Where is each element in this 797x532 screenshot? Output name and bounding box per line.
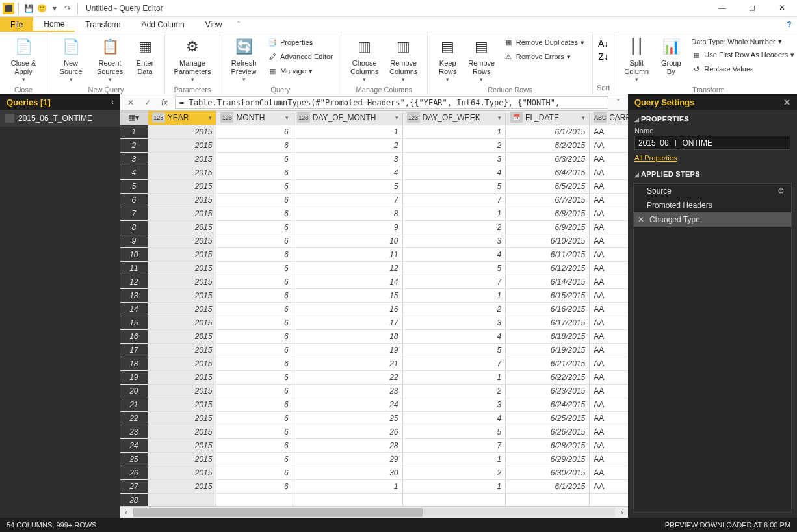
applied-steps-title[interactable]: APPLIED STEPS — [634, 170, 790, 178]
table-row[interactable]: 24201562876/28/2015AA — [120, 438, 628, 452]
commit-formula-icon[interactable]: ✓ — [141, 96, 154, 109]
cell[interactable]: 2015 — [148, 425, 216, 438]
filter-dropdown-icon[interactable]: ▾ — [395, 114, 398, 121]
qat-redo-icon[interactable]: ↷ — [62, 3, 73, 14]
cell[interactable]: 6/4/2015 — [506, 166, 590, 179]
cell[interactable]: 24 — [293, 398, 402, 411]
row-number[interactable]: 18 — [120, 357, 148, 370]
cell[interactable]: 6/1/2015 — [506, 125, 590, 138]
cell[interactable]: 6/21/2015 — [506, 357, 590, 370]
cell[interactable]: 26 — [293, 425, 402, 438]
cell[interactable]: 30 — [293, 466, 402, 479]
cell[interactable]: 6 — [216, 425, 293, 438]
formula-input[interactable] — [175, 96, 608, 109]
maximize-button[interactable]: ◻ — [737, 0, 767, 17]
keep-rows-button[interactable]: ▤ Keep Rows▾ — [432, 34, 464, 84]
cell[interactable]: 2015 — [148, 234, 216, 247]
row-number[interactable]: 23 — [120, 425, 148, 438]
expand-formula-icon[interactable]: ˅ — [612, 98, 624, 107]
cell[interactable]: AA — [590, 329, 628, 343]
cell[interactable]: 6/9/2015 — [506, 220, 590, 234]
cell[interactable]: 6/29/2015 — [506, 452, 590, 466]
cell[interactable]: AA — [590, 220, 628, 234]
cell[interactable]: 2015 — [148, 288, 216, 302]
table-row[interactable]: 20201562326/23/2015AA — [120, 384, 628, 398]
cell[interactable]: 6 — [216, 234, 293, 247]
cell[interactable]: 6/25/2015 — [506, 411, 590, 425]
row-number[interactable]: 28 — [120, 493, 148, 506]
cell[interactable]: 5 — [402, 261, 506, 275]
cell[interactable]: AA — [590, 261, 628, 275]
row-number[interactable]: 12 — [120, 275, 148, 288]
cell[interactable]: 6 — [216, 261, 293, 275]
row-number[interactable]: 7 — [120, 207, 148, 220]
cell[interactable]: 5 — [402, 343, 506, 357]
cell[interactable]: 7 — [402, 357, 506, 370]
cell[interactable]: 14 — [293, 275, 402, 288]
cell[interactable]: 6 — [216, 479, 293, 493]
cell[interactable]: 6/22/2015 — [506, 370, 590, 384]
cell[interactable]: 4 — [402, 166, 506, 179]
cell[interactable]: 6 — [216, 179, 293, 193]
cell[interactable]: 6 — [216, 452, 293, 466]
cell[interactable]: 5 — [402, 179, 506, 193]
row-number[interactable]: 25 — [120, 452, 148, 466]
cell[interactable]: 2015 — [148, 479, 216, 493]
table-row[interactable]: 26201563026/30/2015AA — [120, 466, 628, 479]
cell[interactable]: AA — [590, 179, 628, 193]
gear-icon[interactable]: ⚙ — [777, 186, 785, 196]
cell[interactable]: 2 — [402, 466, 506, 479]
properties-button[interactable]: 📑Properties — [266, 36, 334, 49]
cell[interactable]: 6/30/2015 — [506, 466, 590, 479]
close-window-button[interactable]: ✕ — [767, 0, 797, 17]
data-type-button[interactable]: Data Type: Whole Number ▾ — [690, 36, 796, 47]
face-icon[interactable]: 🙂 — [36, 3, 47, 14]
table-row[interactable]: 23201562656/26/2015AA — [120, 425, 628, 438]
enter-data-button[interactable]: ▦ Enter Data — [129, 34, 161, 77]
cell[interactable]: 4 — [402, 247, 506, 261]
cell[interactable]: 1 — [402, 207, 506, 220]
row-number[interactable]: 8 — [120, 220, 148, 234]
cell[interactable]: 28 — [293, 438, 402, 452]
remove-errors-button[interactable]: ⚠Remove Errors ▾ — [502, 50, 586, 63]
column-header-day_of_week[interactable]: 123DAY_OF_WEEK▾ — [402, 111, 506, 125]
cell[interactable]: 3 — [402, 316, 506, 329]
qat-dropdown-icon[interactable]: ▾ — [49, 3, 60, 14]
row-number[interactable]: 26 — [120, 466, 148, 479]
cell[interactable]: 6 — [216, 438, 293, 452]
table-row[interactable]: 9201561036/10/2015AA — [120, 234, 628, 247]
cell[interactable]: AA — [590, 316, 628, 329]
cell[interactable]: 6/3/2015 — [506, 152, 590, 166]
new-source-button[interactable]: 📄 New Source▾ — [51, 34, 90, 84]
cell[interactable]: 6 — [216, 357, 293, 370]
applied-step[interactable]: Source⚙ — [634, 184, 791, 198]
cell[interactable]: 6/12/2015 — [506, 261, 590, 275]
cell[interactable]: 6 — [216, 166, 293, 179]
cell[interactable]: 1 — [293, 125, 402, 138]
tab-home[interactable]: Home — [33, 17, 75, 32]
row-number[interactable]: 15 — [120, 316, 148, 329]
cell[interactable]: 2015 — [148, 179, 216, 193]
cell[interactable]: AA — [590, 152, 628, 166]
chevron-left-icon[interactable]: ‹ — [111, 97, 114, 107]
cell[interactable]: 6/19/2015 — [506, 343, 590, 357]
table-row[interactable]: 120156116/1/2015AA — [120, 125, 628, 138]
cell[interactable]: 2015 — [148, 466, 216, 479]
table-row[interactable]: 17201561956/19/2015AA — [120, 343, 628, 357]
cell[interactable]: AA — [590, 138, 628, 152]
cell[interactable]: AA — [590, 275, 628, 288]
cell[interactable]: 2015 — [148, 411, 216, 425]
filter-dropdown-icon[interactable]: ▾ — [209, 114, 212, 121]
row-number[interactable]: 11 — [120, 261, 148, 275]
cell[interactable]: 6 — [216, 152, 293, 166]
cell[interactable]: 6 — [216, 193, 293, 207]
remove-columns-button[interactable]: ▥ Remove Columns▾ — [384, 34, 423, 84]
cell[interactable]: AA — [590, 125, 628, 138]
cell[interactable]: AA — [590, 357, 628, 370]
close-and-apply-button[interactable]: 📄 Close & Apply ▾ — [4, 34, 43, 84]
cell[interactable]: 6/28/2015 — [506, 438, 590, 452]
cell[interactable]: 7 — [402, 193, 506, 207]
recent-sources-button[interactable]: 📋 Recent Sources▾ — [90, 34, 129, 84]
row-number[interactable]: 4 — [120, 166, 148, 179]
cell[interactable]: 29 — [293, 452, 402, 466]
